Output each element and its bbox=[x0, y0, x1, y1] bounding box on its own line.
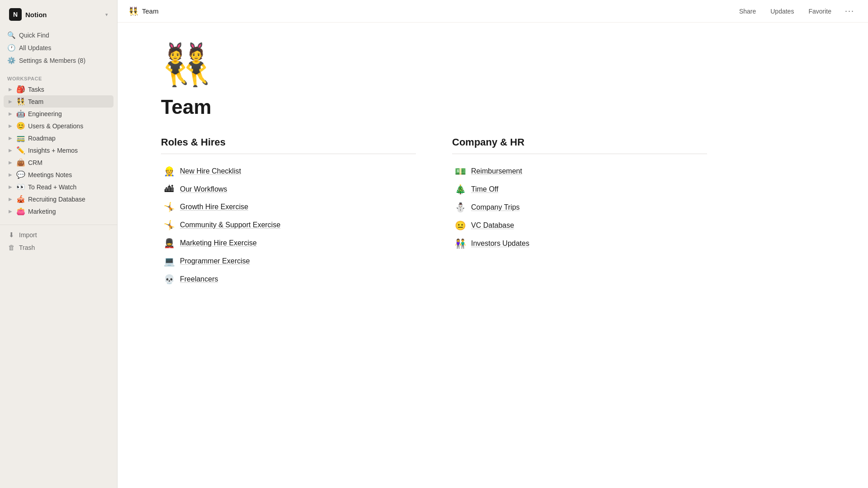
link-item-investors-updates[interactable]: 👫 Investors Updates bbox=[452, 235, 707, 252]
link-item-community-support-exercise[interactable]: 🤸 Community & Support Exercise bbox=[161, 217, 416, 233]
sidebar-item-tasks[interactable]: ▶ 🎒 Tasks bbox=[4, 83, 113, 95]
import-icon: ⬇ bbox=[7, 231, 15, 239]
app-name: Notion bbox=[25, 11, 47, 19]
sidebar-nav: 🔍 Quick Find 🕐 All Updates ⚙️ Settings &… bbox=[0, 27, 117, 69]
page-name: Team bbox=[142, 7, 159, 15]
sidebar-item-users-operations[interactable]: ▶ 😊 Users & Operations bbox=[4, 120, 113, 132]
link-emoji: 🏙 bbox=[163, 184, 175, 194]
sidebar-crm-label: CRM bbox=[28, 159, 42, 166]
section-divider bbox=[452, 154, 707, 154]
page-emoji: 👯 bbox=[128, 6, 138, 16]
link-item-vc-database[interactable]: 😐 VC Database bbox=[452, 217, 707, 234]
read-watch-emoji: 👀 bbox=[16, 183, 25, 191]
sidebar-item-insights-memos[interactable]: ▶ ✏️ Insights + Memos bbox=[4, 144, 113, 156]
link-text: Time Off bbox=[471, 185, 498, 193]
sidebar-tasks-label: Tasks bbox=[28, 86, 44, 93]
column-roles-hires: Roles & Hires 👷 New Hire Checklist 🏙 Our… bbox=[161, 136, 416, 287]
sidebar-settings-label: Settings & Members (8) bbox=[19, 57, 85, 64]
link-emoji: 👫 bbox=[454, 238, 467, 249]
workspace-items: ▶ 🎒 Tasks ▶ 👯 Team ▶ 🤖 Engineering ▶ 😊 U… bbox=[0, 83, 117, 217]
sidebar-item-settings[interactable]: ⚙️ Settings & Members (8) bbox=[4, 54, 113, 67]
link-item-our-workflows[interactable]: 🏙 Our Workflows bbox=[161, 181, 416, 197]
page-title: Team bbox=[161, 96, 707, 118]
link-item-programmer-exercise[interactable]: 💻 Programmer Exercise bbox=[161, 253, 416, 269]
sidebar-trash-label: Trash bbox=[19, 244, 35, 251]
sidebar-item-import[interactable]: ⬇ Import bbox=[4, 229, 113, 241]
link-text: Our Workflows bbox=[180, 185, 227, 193]
chevron-right-icon: ▶ bbox=[7, 123, 14, 128]
users-emoji: 😊 bbox=[16, 122, 25, 130]
link-emoji: 💂 bbox=[163, 238, 175, 249]
link-item-new-hire-checklist[interactable]: 👷 New Hire Checklist bbox=[161, 163, 416, 179]
link-item-time-off[interactable]: 🎄 Time Off bbox=[452, 181, 707, 197]
updates-button[interactable]: Updates bbox=[767, 6, 797, 17]
sidebar-item-roadmap[interactable]: ▶ 🚃 Roadmap bbox=[4, 132, 113, 144]
topbar-actions: Share Updates Favorite ··· bbox=[736, 5, 857, 18]
sidebar-item-quick-find[interactable]: 🔍 Quick Find bbox=[4, 29, 113, 42]
sidebar-item-team[interactable]: ▶ 👯 Team bbox=[4, 95, 113, 108]
sidebar-item-meetings-notes[interactable]: ▶ 💬 Meetings Notes bbox=[4, 169, 113, 181]
link-item-reimbursement[interactable]: 💵 Reimbursement bbox=[452, 163, 707, 179]
chevron-right-icon: ▶ bbox=[7, 99, 14, 104]
section-divider bbox=[161, 154, 416, 154]
link-item-growth-hire-exercise[interactable]: 🤸 Growth Hire Exercise bbox=[161, 199, 416, 215]
chevron-right-icon: ▶ bbox=[7, 184, 14, 189]
link-text: Community & Support Exercise bbox=[180, 221, 280, 229]
chevron-right-icon: ▶ bbox=[7, 136, 14, 141]
link-emoji: ⛄ bbox=[454, 202, 467, 213]
chevron-right-icon: ▶ bbox=[7, 111, 14, 116]
notion-icon: N bbox=[9, 8, 22, 21]
favorite-button[interactable]: Favorite bbox=[805, 6, 835, 17]
sidebar-insights-label: Insights + Memos bbox=[28, 147, 78, 154]
page-body: 👯 Team Roles & Hires 👷 New Hire Checklis… bbox=[118, 23, 750, 309]
link-text: Growth Hire Exercise bbox=[180, 203, 248, 211]
link-item-freelancers[interactable]: 💀 Freelancers bbox=[161, 271, 416, 287]
sidebar-item-to-read-watch[interactable]: ▶ 👀 To Read + Watch bbox=[4, 181, 113, 193]
link-emoji: 🎄 bbox=[454, 184, 467, 195]
link-item-company-trips[interactable]: ⛄ Company Trips bbox=[452, 199, 707, 216]
sidebar-item-engineering[interactable]: ▶ 🤖 Engineering bbox=[4, 108, 113, 120]
sidebar-import-label: Import bbox=[19, 231, 37, 239]
sidebar-roadmap-label: Roadmap bbox=[28, 135, 56, 142]
section-heading-company-hr: Company & HR bbox=[452, 136, 707, 148]
link-emoji: 🤸 bbox=[163, 202, 175, 212]
crm-emoji: 👜 bbox=[16, 158, 25, 167]
sidebar-all-updates-label: All Updates bbox=[19, 44, 52, 52]
chevron-right-icon: ▶ bbox=[7, 172, 14, 177]
company-hr-link-list: 💵 Reimbursement 🎄 Time Off ⛄ Company Tri… bbox=[452, 163, 707, 252]
engineering-emoji: 🤖 bbox=[16, 109, 25, 118]
sidebar-item-marketing[interactable]: ▶ 👛 Marketing bbox=[4, 205, 113, 217]
workspace-label: WORKSPACE bbox=[0, 69, 117, 83]
sidebar-item-all-updates[interactable]: 🕐 All Updates bbox=[4, 42, 113, 54]
trash-icon: 🗑 bbox=[7, 244, 15, 251]
sidebar-item-recruiting-database[interactable]: ▶ 🎪 Recruiting Database bbox=[4, 193, 113, 205]
link-text: Programmer Exercise bbox=[180, 257, 250, 265]
chevron-right-icon: ▶ bbox=[7, 197, 14, 202]
search-icon: 🔍 bbox=[7, 31, 15, 39]
roles-hires-link-list: 👷 New Hire Checklist 🏙 Our Workflows 🤸 G… bbox=[161, 163, 416, 287]
sidebar-item-trash[interactable]: 🗑 Trash bbox=[4, 241, 113, 253]
sidebar-item-crm[interactable]: ▶ 👜 CRM bbox=[4, 156, 113, 169]
sidebar-engineering-label: Engineering bbox=[28, 110, 62, 117]
link-text: Investors Updates bbox=[471, 239, 529, 248]
link-text: Reimbursement bbox=[471, 167, 522, 175]
more-options-button[interactable]: ··· bbox=[842, 5, 857, 18]
link-emoji: 💀 bbox=[163, 274, 175, 285]
sidebar-read-watch-label: To Read + Watch bbox=[28, 183, 76, 191]
notion-logo-button[interactable]: N Notion ▾ bbox=[5, 5, 112, 23]
team-emoji: 👯 bbox=[16, 97, 25, 106]
column-company-hr: Company & HR 💵 Reimbursement 🎄 Time Off … bbox=[452, 136, 707, 287]
link-emoji: 😐 bbox=[454, 220, 467, 231]
sidebar-bottom: ⬇ Import 🗑 Trash bbox=[0, 225, 117, 253]
tasks-emoji: 🎒 bbox=[16, 85, 25, 94]
main-content: 👯 Team Share Updates Favorite ··· 👯 Team… bbox=[118, 0, 868, 488]
chevron-right-icon: ▶ bbox=[7, 160, 14, 165]
sidebar-recruiting-label: Recruiting Database bbox=[28, 196, 85, 203]
insights-emoji: ✏️ bbox=[16, 146, 25, 155]
topbar: 👯 Team Share Updates Favorite ··· bbox=[118, 0, 868, 23]
link-text: Marketing Hire Exercise bbox=[180, 239, 257, 247]
clock-icon: 🕐 bbox=[7, 44, 15, 52]
share-button[interactable]: Share bbox=[736, 6, 760, 17]
sidebar-marketing-label: Marketing bbox=[28, 208, 56, 215]
link-item-marketing-hire-exercise[interactable]: 💂 Marketing Hire Exercise bbox=[161, 235, 416, 251]
